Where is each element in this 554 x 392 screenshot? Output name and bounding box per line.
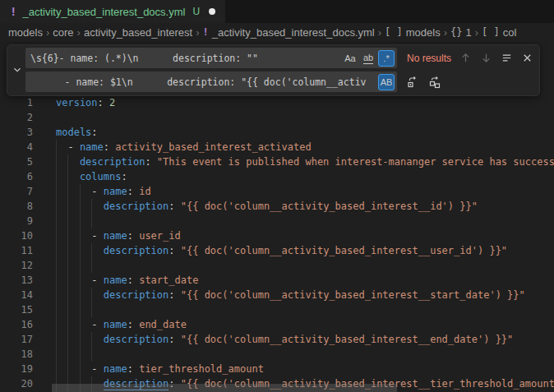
match-case-button[interactable]: Aa [342,50,358,67]
code-token: "{{ doc('column__activity_based_interest… [181,289,525,301]
line-number[interactable]: 4 [0,140,56,154]
arrow-up-icon [459,52,472,64]
line-number[interactable]: 16 [0,317,56,332]
code-token: name [80,141,104,153]
breadcrumb-item[interactable]: activity_based_interest [84,26,192,39]
code-line[interactable]: 9 [0,214,554,228]
whole-word-button[interactable]: ab [360,50,376,67]
indent-guides [56,140,67,154]
line-number[interactable]: 12 [0,258,56,273]
breadcrumb-item[interactable]: models [8,26,43,39]
code-token: : [127,274,139,286]
line-number[interactable]: 20 [0,376,56,391]
line-number[interactable]: 13 [0,273,56,288]
code-line[interactable]: 18 [0,347,554,362]
line-number[interactable]: 3 [0,125,56,140]
breadcrumb-separator-icon: › [74,26,84,39]
indent-guides [56,258,104,273]
breadcrumb-separator-icon: › [472,26,482,39]
line-content: description: "This event is published wh… [80,154,554,169]
regex-button[interactable]: .* [378,50,395,67]
indent-guides [56,347,104,362]
line-number[interactable]: 18 [0,347,56,362]
code-line[interactable]: 15 [0,302,554,317]
indent-guides [56,154,80,169]
code-line[interactable]: 12 [0,258,554,273]
toggle-replace-button[interactable] [9,48,25,92]
preserve-case-button[interactable]: AB [378,74,395,90]
code-token: - [91,319,103,330]
code-token: - [91,230,103,242]
line-number[interactable]: 8 [0,199,56,214]
code-line[interactable]: 4- name: activity_based_interest_activat… [0,140,554,154]
line-number[interactable]: 11 [0,243,56,258]
breadcrumb-item[interactable]: [ ]models [385,26,441,39]
code-line[interactable]: 11description: "{{ doc('column__activity… [0,243,554,258]
code-line[interactable]: 8description: "{{ doc('column__activity_… [0,199,554,214]
code-token: columns [80,171,122,182]
code-token: end_date [139,319,187,330]
previous-match-button[interactable] [457,49,474,67]
line-number[interactable]: 6 [0,169,56,184]
line-number[interactable]: 10 [0,228,56,243]
indent-guides [56,317,91,332]
code-line[interactable]: 5description: "This event is published w… [0,154,554,169]
find-input[interactable]: \s{6}- name: (.*)\n description: "" Aa a… [25,48,397,68]
code-line[interactable]: 19- name: tier_threshold_amount [0,362,554,376]
line-content: - name: id [91,184,554,199]
indent-guides [56,243,104,258]
indent-guides [56,362,91,376]
code-line[interactable]: 3models: [0,125,554,140]
line-number[interactable]: 2 [0,110,56,125]
line-number[interactable]: 14 [0,288,56,302]
breadcrumb-item-label: col [503,26,517,39]
code-line[interactable]: 16- name: end_date [0,317,554,332]
code-line[interactable]: 10- name: user_id [0,228,554,243]
code-line[interactable]: 7- name: id [0,184,554,199]
code-token: : [127,319,139,330]
line-number[interactable]: 9 [0,214,56,228]
code-line[interactable]: 14description: "{{ doc('column__activity… [0,288,554,302]
code-line[interactable]: 1version: 2 [0,95,554,110]
code-token: tier_threshold_amount [139,363,264,375]
replace-all-button[interactable] [426,73,443,90]
next-match-button[interactable] [478,49,495,67]
modified-dot-icon[interactable] [209,8,215,15]
breadcrumb-item[interactable]: !_activity_based_interest_docs.yml [203,26,375,39]
find-in-selection-button[interactable] [498,49,515,67]
line-content: - name: end_date [91,317,554,332]
code-token: start_date [139,274,198,286]
breadcrumb: models›core›activity_based_interest›!_ac… [0,23,554,41]
code-token: : [127,186,139,197]
replace-input[interactable]: - name: $1\n description: "{{ doc('colum… [25,71,397,92]
replace-button[interactable] [404,73,421,90]
tab-active-file[interactable]: ! _activity_based_interest_docs.yml U [0,0,226,23]
code-line[interactable]: 17description: "{{ doc('column__activity… [0,332,554,347]
breadcrumb-item[interactable]: {}1 [450,26,472,39]
horizontal-scrollbar-thumb[interactable] [52,384,397,392]
code-line[interactable]: 2 [0,110,554,125]
code-token: name [104,230,127,242]
line-content: - name: tier_threshold_amount [91,362,554,376]
indent-guides [56,169,80,184]
line-number[interactable]: 5 [0,154,56,169]
breadcrumb-item[interactable]: core [53,26,73,39]
symbol-array-icon: [ ] [482,26,500,38]
line-number[interactable]: 7 [0,184,56,199]
breadcrumb-separator-icon: › [43,26,53,39]
line-number[interactable]: 17 [0,332,56,347]
line-number[interactable]: 19 [0,362,56,376]
code-token: version [56,97,98,108]
breadcrumb-item[interactable]: [ ]col [482,26,516,39]
code-line[interactable]: 13- name: start_date [0,273,554,288]
code-line[interactable]: 6columns: [0,169,554,184]
line-number[interactable]: 1 [0,95,56,110]
code-token: "{{ doc('column__activity_based_interest… [181,334,514,345]
close-find-widget-button[interactable] [519,49,536,67]
indent-guides [56,332,104,347]
code-token: : [127,363,139,375]
line-number[interactable]: 15 [0,302,56,317]
replace-icon [406,76,419,89]
editor-area[interactable]: \s{6}- name: (.*)\n description: "" Aa a… [0,41,554,392]
replace-all-icon [428,76,441,89]
